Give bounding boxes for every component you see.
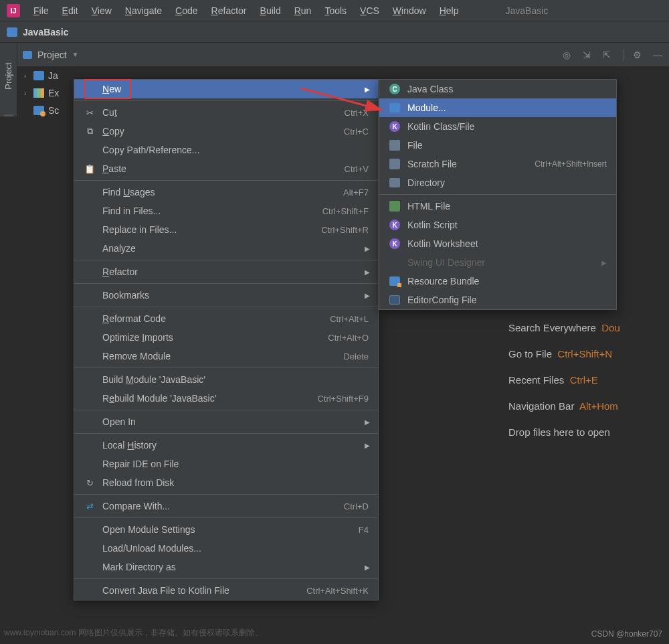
submenu-label: File xyxy=(407,140,607,151)
separator xyxy=(74,410,378,410)
menu-item-mark-directory[interactable]: Mark Directory as▶ xyxy=(74,558,378,576)
collapse-icon[interactable]: ⇱ xyxy=(603,50,613,60)
submenu-item-scratch-file[interactable]: Scratch FileCtrl+Alt+Shift+Insert xyxy=(379,155,616,173)
gear-icon[interactable]: ⚙ xyxy=(633,50,644,60)
menu-item-refactor[interactable]: Refactor▶ xyxy=(74,262,378,281)
menu-build[interactable]: Build xyxy=(254,3,288,19)
submenu-item-kotlin-worksheet[interactable]: KKotlin Worksheet xyxy=(379,234,616,253)
menu-edit[interactable]: Edit xyxy=(56,3,85,19)
submenu-item-kotlin-class[interactable]: KKotlin Class/File xyxy=(379,117,616,136)
menu-view[interactable]: View xyxy=(85,3,118,19)
menu-item-cut[interactable]: ✂CutCtrl+X xyxy=(74,103,378,122)
menu-label: Paste xyxy=(102,163,345,174)
target-icon[interactable]: ◎ xyxy=(563,50,573,60)
submenu-item-resource-bundle[interactable]: Resource Bundle xyxy=(379,272,616,291)
java-class-icon: C xyxy=(389,84,401,94)
menu-window[interactable]: Window xyxy=(386,3,433,19)
submenu-item-html-file[interactable]: HTML File xyxy=(379,197,616,216)
menu-file[interactable]: File xyxy=(27,3,56,19)
submenu-item-editorconfig[interactable]: EditorConfig File xyxy=(379,291,616,309)
menu-item-find-usages[interactable]: Find UsagesAlt+F7 xyxy=(74,183,378,202)
panel-title[interactable]: Project xyxy=(37,50,67,60)
tree-row-project[interactable]: ›Ja xyxy=(17,67,78,84)
menu-item-compare-with[interactable]: ⇄Compare With...Ctrl+D xyxy=(74,497,378,515)
menu-refactor[interactable]: Refactor xyxy=(205,3,254,19)
menu-run[interactable]: Run xyxy=(288,3,318,19)
menu-item-bookmarks[interactable]: Bookmarks▶ xyxy=(74,286,378,305)
shortcut: Ctrl+Shift+F xyxy=(322,206,369,216)
menu-item-convert-kotlin[interactable]: Convert Java File to Kotlin FileCtrl+Alt… xyxy=(74,581,378,600)
submenu-label: HTML File xyxy=(407,201,607,212)
submenu-item-java-class[interactable]: CJava Class xyxy=(379,80,616,98)
resource-bundle-icon xyxy=(389,276,401,286)
hint-row: Recent Files Ctrl+E xyxy=(508,367,620,393)
menu-item-build-module[interactable]: Build Module 'JavaBasic' xyxy=(74,370,378,389)
submenu-item-file[interactable]: File xyxy=(379,136,616,155)
menu-label: Cut xyxy=(102,107,345,118)
submenu-label: Swing UI Designer xyxy=(407,257,601,268)
chevron-right-icon: ▶ xyxy=(365,442,370,449)
submenu-label: Directory xyxy=(407,177,607,188)
menu-item-load-unload[interactable]: Load/Unload Modules... xyxy=(74,539,378,558)
menu-item-new[interactable]: New▶ xyxy=(74,80,378,98)
chevron-right-icon: ▶ xyxy=(601,259,607,266)
shortcut: Ctrl+Shift+R xyxy=(321,225,369,235)
submenu-item-directory[interactable]: Directory xyxy=(379,173,616,192)
menu-item-remove-module[interactable]: Remove ModuleDelete xyxy=(74,347,378,366)
menu-label: Reformat Code xyxy=(102,313,330,324)
shortcut: Ctrl+D xyxy=(344,501,369,511)
menu-label: Convert Java File to Kotlin File xyxy=(102,585,306,596)
menu-help[interactable]: Help xyxy=(433,3,466,19)
credit: CSDN @honker707 xyxy=(591,629,662,639)
kotlin-worksheet-icon: K xyxy=(389,238,401,249)
chevron-down-icon[interactable]: ▼ xyxy=(72,51,79,58)
scratch-icon xyxy=(33,106,44,115)
separator xyxy=(74,283,378,284)
separator xyxy=(74,368,378,368)
hint-row: Go to File Ctrl+Shift+N xyxy=(508,341,620,367)
tree-row-scratches[interactable]: Sc xyxy=(17,102,78,119)
separator xyxy=(623,49,624,61)
new-submenu: CJava ClassModule...KKotlin Class/FileFi… xyxy=(379,79,617,310)
menu-label: Open In xyxy=(102,416,369,427)
menu-item-find-in-files[interactable]: Find in Files...Ctrl+Shift+F xyxy=(74,202,378,220)
hide-icon[interactable]: — xyxy=(653,50,664,60)
project-tab-label: Project xyxy=(3,62,13,89)
submenu-item-module[interactable]: Module... xyxy=(379,98,616,117)
chevron-right-icon: ▶ xyxy=(365,245,370,252)
menu-tools[interactable]: Tools xyxy=(318,3,353,19)
expand-icon[interactable]: ⇲ xyxy=(583,50,593,60)
menu-item-local-history[interactable]: Local History▶ xyxy=(74,436,378,455)
separator xyxy=(379,194,616,195)
menu-item-copy-path[interactable]: Copy Path/Reference... xyxy=(74,141,378,159)
submenu-label: Kotlin Class/File xyxy=(407,121,607,132)
app-title: JavaBasic xyxy=(505,5,548,16)
menu-code[interactable]: Code xyxy=(169,3,204,19)
menu-label: New xyxy=(102,84,369,94)
menu-item-paste[interactable]: 📋PasteCtrl+V xyxy=(74,159,378,178)
menu-item-open-in[interactable]: Open In▶ xyxy=(74,412,378,431)
tree-row-external[interactable]: ›Ex xyxy=(17,84,78,102)
hint-row: Drop files here to open xyxy=(508,419,620,445)
menu-item-rebuild-module[interactable]: Rebuild Module 'JavaBasic'Ctrl+Shift+F9 xyxy=(74,389,378,408)
project-tool-tab[interactable]: Project xyxy=(0,43,17,116)
menu-item-reformat-code[interactable]: Reformat CodeCtrl+Alt+L xyxy=(74,309,378,328)
menubar: IJ FileEditViewNavigateCodeRefactorBuild… xyxy=(0,0,669,21)
submenu-item-kotlin-script[interactable]: KKotlin Script xyxy=(379,216,616,234)
shortcut: Ctrl+X xyxy=(345,108,369,118)
separator xyxy=(74,517,378,518)
menu-item-copy[interactable]: ⧉CopyCtrl+C xyxy=(74,122,378,141)
menu-label: Compare With... xyxy=(102,501,344,511)
menu-vcs[interactable]: VCS xyxy=(353,3,386,19)
menu-item-replace-in-files[interactable]: Replace in Files...Ctrl+Shift+R xyxy=(74,220,378,239)
submenu-label: Resource Bundle xyxy=(407,276,607,287)
menu-item-analyze[interactable]: Analyze▶ xyxy=(74,239,378,258)
structure-icon[interactable] xyxy=(4,114,13,116)
menu-item-optimize-imports[interactable]: Optimize ImportsCtrl+Alt+O xyxy=(74,328,378,347)
chevron-right-icon: ▶ xyxy=(365,292,370,299)
menu-item-reload-disk[interactable]: ↻Reload from Disk xyxy=(74,473,378,492)
menu-item-repair-ide[interactable]: Repair IDE on File xyxy=(74,455,378,473)
menu-item-module-settings[interactable]: Open Module SettingsF4 xyxy=(74,520,378,539)
menu-navigate[interactable]: Navigate xyxy=(118,3,169,19)
separator xyxy=(74,433,378,434)
